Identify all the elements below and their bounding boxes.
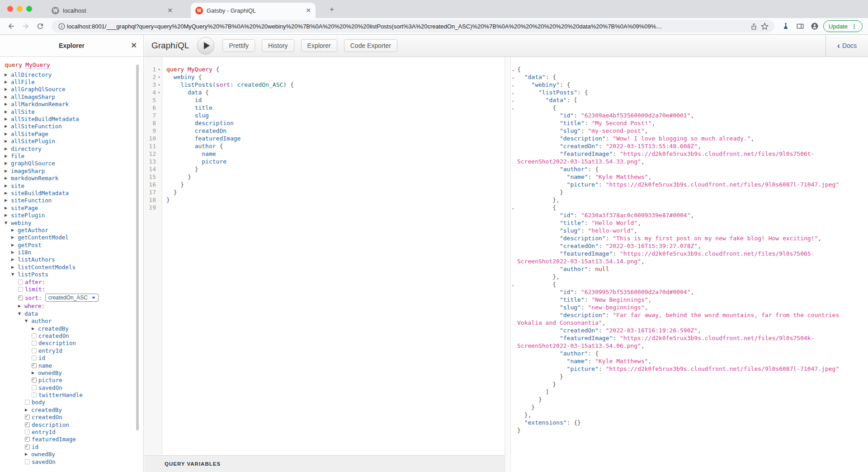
history-button[interactable]: History — [262, 39, 294, 52]
explorer-field-row[interactable]: ▶ownedBy — [25, 451, 143, 458]
fold-arrow-icon[interactable]: ▾ — [512, 282, 514, 290]
share-icon[interactable] — [748, 21, 759, 32]
collapsed-arrow-icon[interactable]: ▶ — [5, 110, 11, 114]
fold-arrow-icon[interactable]: ▾ — [512, 98, 514, 105]
close-tab-icon[interactable]: ✕ — [167, 7, 173, 14]
explorer-field-row[interactable]: ▶allFile — [5, 78, 143, 85]
collapsed-arrow-icon[interactable]: ▶ — [5, 176, 11, 180]
field-checkbox[interactable] — [32, 378, 37, 383]
explorer-field-row[interactable]: ▶listAuthors — [11, 256, 143, 263]
bookmark-star-icon[interactable] — [759, 21, 770, 32]
field-checkbox[interactable] — [32, 333, 37, 338]
explorer-field-row[interactable]: createdOn — [32, 332, 143, 339]
fold-arrow-icon[interactable]: ▾ — [512, 105, 514, 113]
collapsed-arrow-icon[interactable]: ▶ — [25, 452, 31, 456]
explorer-field-row[interactable]: limit: — [18, 285, 143, 293]
expanded-arrow-icon[interactable]: ▼ — [25, 319, 31, 323]
explorer-field-row[interactable]: ▼webiny — [5, 219, 143, 226]
explorer-field-row[interactable]: ▶createdBy — [32, 325, 143, 332]
explorer-field-row[interactable]: ▶allSiteFunction — [5, 123, 143, 130]
query-variables-bar[interactable]: QUERY VARIABLES — [144, 455, 505, 472]
execute-query-button[interactable] — [197, 37, 214, 54]
explorer-field-row[interactable]: ▶site — [5, 182, 143, 189]
active-tab[interactable]: WGatsby - GraphiQL✕ — [191, 3, 316, 18]
collapsed-arrow-icon[interactable]: ▶ — [5, 132, 11, 136]
profile-avatar[interactable] — [809, 20, 821, 32]
result-viewer[interactable]: ▾{▾ "data": {▾ "webiny": {▾ "listPosts":… — [511, 57, 868, 472]
pane-resize-handle[interactable] — [505, 57, 511, 472]
field-checkbox[interactable] — [18, 280, 23, 285]
address-bar[interactable]: localhost:8001/___graphql?query=query%20… — [52, 20, 774, 33]
explorer-field-row[interactable]: savedOn — [25, 458, 143, 465]
field-checkbox[interactable] — [32, 341, 37, 346]
close-tab-icon[interactable]: ✕ — [306, 7, 311, 14]
zoom-window-button[interactable] — [26, 6, 32, 12]
explorer-field-row[interactable]: featuredImage — [25, 436, 143, 443]
explorer-field-row[interactable]: entryId — [32, 347, 143, 354]
close-window-button[interactable] — [7, 6, 13, 12]
explorer-field-row[interactable]: description — [32, 340, 143, 347]
explorer-button[interactable]: Explorer — [301, 39, 337, 52]
collapsed-arrow-icon[interactable]: ▶ — [5, 184, 11, 188]
explorer-field-row[interactable]: ▶ownedBy — [32, 369, 143, 376]
collapsed-arrow-icon[interactable]: ▶ — [5, 73, 11, 77]
sort-select[interactable]: createdOn_ASC — [45, 294, 99, 302]
collapsed-arrow-icon[interactable]: ▶ — [5, 87, 11, 91]
explorer-field-row[interactable]: ▶getPost — [11, 241, 143, 248]
collapsed-arrow-icon[interactable]: ▶ — [5, 147, 11, 151]
collapsed-arrow-icon[interactable]: ▶ — [11, 265, 18, 269]
query-name-input[interactable]: MyQuery — [25, 61, 50, 69]
field-checkbox[interactable] — [25, 422, 30, 427]
explorer-field-row[interactable]: name — [32, 362, 143, 369]
explorer-field-row[interactable]: ▶allGraphQlSource — [5, 86, 143, 93]
collapsed-arrow-icon[interactable]: ▶ — [5, 124, 11, 128]
extension-icon[interactable] — [780, 20, 792, 32]
collapsed-arrow-icon[interactable]: ▶ — [11, 243, 18, 247]
docs-button[interactable]: ‹ Docs — [826, 35, 868, 56]
explorer-field-row[interactable]: ▶markdownRemark — [5, 174, 143, 182]
explorer-field-row[interactable]: ▶sitePlugin — [5, 211, 143, 219]
reload-icon[interactable] — [34, 20, 46, 32]
field-checkbox[interactable] — [25, 430, 30, 435]
explorer-field-row[interactable]: ▶listContentModels — [11, 263, 143, 271]
explorer-field-row[interactable]: ▶createdBy — [25, 406, 143, 413]
collapsed-arrow-icon[interactable]: ▶ — [5, 198, 11, 202]
explorer-field-row[interactable]: ▶file — [5, 152, 143, 159]
close-icon[interactable]: ✕ — [131, 41, 137, 50]
explorer-field-row[interactable]: ▼data — [18, 310, 143, 317]
expanded-arrow-icon[interactable]: ▼ — [5, 221, 11, 225]
field-checkbox[interactable] — [32, 393, 37, 397]
explorer-field-row[interactable]: ▶allSitePage — [5, 130, 143, 137]
explorer-field-row[interactable]: createdOn — [25, 414, 143, 421]
explorer-field-row[interactable]: savedOn — [32, 384, 143, 391]
explorer-field-row[interactable]: ▶allSiteBuildMetadata — [5, 115, 143, 122]
explorer-field-row[interactable]: ▶allSitePlugin — [5, 138, 143, 145]
fold-arrow-icon[interactable]: ▾ — [512, 205, 514, 213]
explorer-field-row[interactable]: ▶sitePage — [5, 204, 143, 211]
collapsed-arrow-icon[interactable]: ▶ — [32, 327, 38, 331]
collapsed-arrow-icon[interactable]: ▶ — [11, 257, 18, 262]
explorer-field-row[interactable]: entryId — [25, 428, 143, 435]
code-exporter-button[interactable]: Code Exporter — [344, 39, 397, 52]
explorer-field-row[interactable]: ▼author — [25, 318, 143, 325]
collapsed-arrow-icon[interactable]: ▶ — [5, 191, 11, 195]
collapsed-arrow-icon[interactable]: ▶ — [5, 161, 11, 165]
explorer-field-row[interactable]: body — [25, 399, 143, 406]
explorer-field-row[interactable]: sort:createdOn_ASC — [18, 293, 143, 303]
collapsed-arrow-icon[interactable]: ▶ — [11, 235, 18, 239]
forward-icon[interactable] — [20, 20, 32, 32]
chrome-update-button[interactable]: Update ⋮ — [823, 20, 863, 32]
prettify-button[interactable]: Prettify — [222, 39, 255, 52]
fold-arrow-icon[interactable]: ▾ — [156, 81, 162, 89]
collapsed-arrow-icon[interactable]: ▶ — [5, 139, 11, 143]
collapsed-arrow-icon[interactable]: ▶ — [18, 304, 24, 308]
explorer-field-row[interactable]: twitterHandle — [32, 391, 143, 398]
collapsed-arrow-icon[interactable]: ▶ — [5, 206, 11, 210]
explorer-scrollbar[interactable] — [136, 65, 139, 430]
explorer-field-row[interactable]: ▶graphQlSource — [5, 160, 143, 167]
side-panel-icon[interactable] — [794, 20, 806, 32]
collapsed-arrow-icon[interactable]: ▶ — [5, 80, 11, 84]
collapsed-arrow-icon[interactable]: ▶ — [11, 228, 18, 232]
field-checkbox[interactable] — [18, 287, 23, 292]
collapsed-arrow-icon[interactable]: ▶ — [25, 408, 31, 412]
